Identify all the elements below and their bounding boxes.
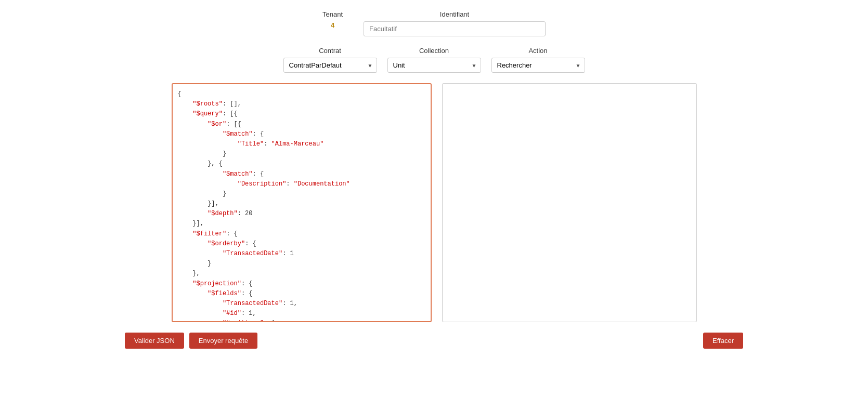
output-panel: [442, 83, 697, 322]
json-editor-content: { "$roots": [], "$query": [{ "$or": [{ "…: [173, 84, 431, 321]
tenant-value: 4: [331, 21, 334, 29]
tenant-group: Tenant 4: [322, 10, 343, 29]
main-container: Tenant 4 Identifiant Contrat ContratParD…: [0, 0, 868, 359]
collection-label: Collection: [419, 47, 449, 55]
action-label: Action: [528, 47, 547, 55]
identifiant-group: Identifiant: [364, 10, 546, 36]
action-select[interactable]: Rechercher: [491, 58, 585, 73]
valider-json-button[interactable]: Valider JSON: [125, 333, 184, 349]
collection-group: Collection Unit ▼: [387, 47, 481, 73]
action-select-wrapper: Rechercher ▼: [491, 58, 585, 73]
tenant-label: Tenant: [322, 10, 343, 18]
effacer-button[interactable]: Effacer: [703, 333, 743, 349]
contrat-label: Contrat: [319, 47, 341, 55]
controls-section: Contrat ContratParDefaut ▼ Collection Un…: [21, 47, 847, 73]
collection-select[interactable]: Unit: [387, 58, 481, 73]
contrat-select[interactable]: ContratParDefaut: [283, 58, 377, 73]
identifiant-label: Identifiant: [440, 10, 469, 18]
collection-select-wrapper: Unit ▼: [387, 58, 481, 73]
editors-section: { "$roots": [], "$query": [{ "$or": [{ "…: [21, 83, 847, 322]
top-section: Tenant 4 Identifiant: [21, 10, 847, 36]
json-editor-panel: { "$roots": [], "$query": [{ "$or": [{ "…: [172, 83, 432, 322]
envoyer-requete-button[interactable]: Envoyer requête: [189, 333, 257, 349]
action-group: Action Rechercher ▼: [491, 47, 585, 73]
contrat-select-wrapper: ContratParDefaut ▼: [283, 58, 377, 73]
contrat-group: Contrat ContratParDefaut ▼: [283, 47, 377, 73]
buttons-section: Valider JSON Envoyer requête Effacer: [21, 333, 847, 349]
left-buttons: Valider JSON Envoyer requête: [125, 333, 257, 349]
identifiant-input[interactable]: [364, 21, 546, 36]
